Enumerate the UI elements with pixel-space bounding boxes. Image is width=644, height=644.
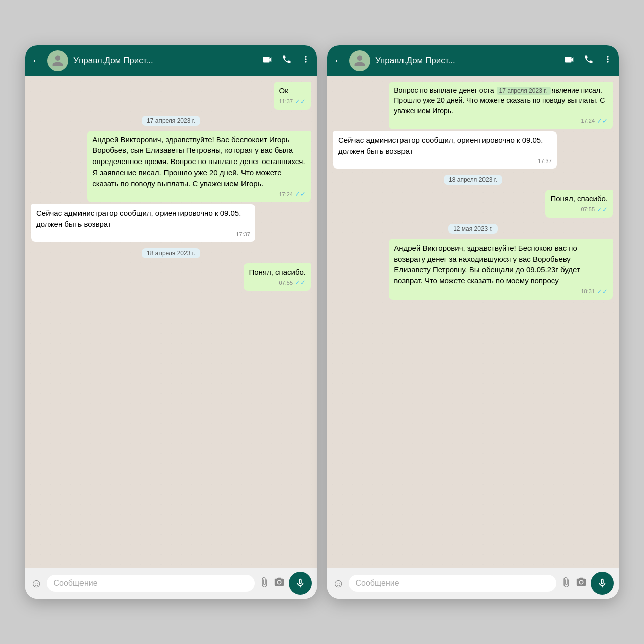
left-attach-icon[interactable]: [259, 577, 270, 590]
left-msg-ponyal-row: Понял, спасибо. 07:55 ✓✓: [31, 263, 311, 291]
left-avatar: [47, 50, 68, 71]
right-msg-may-time: 18:31: [581, 288, 595, 296]
left-date-18apr: 18 апреля 2023 г.: [31, 248, 311, 257]
right-camera-icon[interactable]: [576, 577, 587, 590]
right-msg-ponyal-row: Понял, спасибо. 07:55 ✓✓: [333, 190, 613, 218]
left-msg-andrey-ticks: ✓✓: [295, 190, 306, 199]
left-phone-icon[interactable]: [282, 54, 292, 68]
left-msg-ponyal-ticks: ✓✓: [295, 278, 306, 288]
right-emoji-icon[interactable]: ☺: [332, 576, 345, 590]
phones-container: ← Управл.Дом Прист...: [15, 35, 629, 609]
left-video-icon[interactable]: [262, 54, 273, 68]
left-chat-header: ← Управл.Дом Прист...: [25, 45, 317, 76]
left-back-button[interactable]: ←: [31, 54, 42, 67]
left-header-info: Управл.Дом Прист...: [73, 56, 257, 66]
right-message-input[interactable]: Сообщение: [349, 575, 556, 592]
right-header-icons: [564, 54, 613, 68]
left-msg-ponyal-text: Понял, спасибо.: [249, 268, 306, 276]
left-msg-seychas-bubble: Сейчас администратор сообщил, ориентиров…: [31, 204, 255, 242]
right-menu-icon[interactable]: [603, 54, 613, 68]
right-msg-seychas-row: Сейчас администратор сообщил, ориентиров…: [333, 131, 613, 169]
right-attach-icon[interactable]: [560, 577, 572, 590]
left-msg-andrey-time: 17:24: [279, 191, 293, 199]
left-msg-andrey-bubble: Андрей Викторович, здравствуйте! Вас бес…: [87, 131, 311, 203]
right-msg-top-bubble: Вопрос по выплате денег оста 17 апреля 2…: [389, 82, 613, 129]
left-msg-andrey-row: Андрей Викторович, здравствуйте! Вас бес…: [31, 131, 311, 203]
left-msg-ok-row: Ок 11:37 ✓✓: [31, 82, 311, 110]
left-msg-seychas-time: 17:37: [236, 231, 250, 239]
right-msg-ponyal-text: Понял, спасибо.: [550, 194, 608, 203]
right-msg-top-text1: Вопрос по выплате денег оста: [394, 86, 494, 94]
right-avatar: [349, 50, 370, 71]
right-msg-top-row: Вопрос по выплате денег оста 17 апреля 2…: [333, 82, 613, 129]
right-date-18apr: 18 апреля 2023 г.: [333, 175, 613, 184]
right-msg-ponyal-ticks: ✓✓: [597, 205, 608, 215]
left-mic-button[interactable]: [289, 572, 312, 595]
left-msg-ok-time: 11:37: [279, 98, 293, 106]
right-input-area: ☺ Сообщение: [327, 568, 619, 599]
right-inline-date: 17 апреля 2023 г.: [497, 87, 550, 95]
right-video-icon[interactable]: [564, 54, 575, 68]
left-msg-ok-ticks: ✓✓: [295, 97, 306, 107]
left-chat-name: Управл.Дом Прист...: [73, 56, 204, 66]
right-msg-ponyal-bubble: Понял, спасибо. 07:55 ✓✓: [545, 190, 613, 218]
right-chat-name: Управл.Дом Прист...: [375, 56, 506, 66]
left-date-17apr: 17 апреля 2023 г.: [31, 116, 311, 125]
right-msg-ponyal-time: 07:55: [581, 206, 595, 214]
left-msg-ok-bubble: Ок 11:37 ✓✓: [274, 82, 311, 110]
right-msg-may-ticks: ✓✓: [597, 287, 608, 297]
left-header-icons: [262, 54, 311, 68]
left-emoji-icon[interactable]: ☺: [30, 576, 43, 590]
left-chat-area: Ок 11:37 ✓✓ 17 апреля 2023 г. Андрей Вик…: [25, 76, 317, 568]
right-chat-area: Вопрос по выплате денег оста 17 апреля 2…: [327, 76, 619, 568]
right-back-button[interactable]: ←: [333, 54, 344, 67]
left-msg-seychas-text: Сейчас администратор сообщил, ориентиров…: [36, 209, 241, 228]
left-menu-icon[interactable]: [301, 54, 311, 68]
right-chat-header: ← Управл.Дом Прист...: [327, 45, 619, 76]
right-msg-may-row: Андрей Викторович, здравствуйте! Беспоко…: [333, 239, 613, 300]
right-msg-top-time: 17:24: [581, 117, 595, 125]
right-date-12may: 12 мая 2023 г.: [333, 224, 613, 233]
left-msg-andrey-text: Андрей Викторович, здравствуйте! Вас бес…: [92, 135, 305, 188]
left-msg-ok-text: Ок: [279, 86, 288, 95]
right-msg-seychas-time: 17:37: [538, 157, 552, 166]
left-msg-seychas-row: Сейчас администратор сообщил, ориентиров…: [31, 204, 311, 242]
left-message-input[interactable]: Сообщение: [47, 575, 255, 592]
left-msg-ponyal-bubble: Понял, спасибо. 07:55 ✓✓: [244, 263, 311, 291]
right-msg-top-ticks: ✓✓: [597, 117, 608, 126]
right-msg-may-text: Андрей Викторович, здравствуйте! Беспоко…: [394, 244, 580, 285]
left-phone: ← Управл.Дом Прист...: [25, 45, 317, 599]
right-msg-seychas-bubble: Сейчас администратор сообщил, ориентиров…: [333, 131, 557, 169]
right-msg-may-bubble: Андрей Викторович, здравствуйте! Беспоко…: [389, 239, 613, 300]
left-msg-ponyal-time: 07:55: [279, 279, 293, 287]
left-camera-icon[interactable]: [274, 577, 285, 590]
right-header-info: Управл.Дом Прист...: [375, 56, 558, 66]
right-phone: ← Управл.Дом Прист...: [327, 45, 619, 599]
right-mic-button[interactable]: [591, 572, 614, 595]
right-phone-icon[interactable]: [584, 54, 594, 68]
right-msg-seychas-text: Сейчас администратор сообщил, ориентиров…: [338, 136, 543, 155]
left-input-area: ☺ Сообщение: [25, 568, 317, 599]
